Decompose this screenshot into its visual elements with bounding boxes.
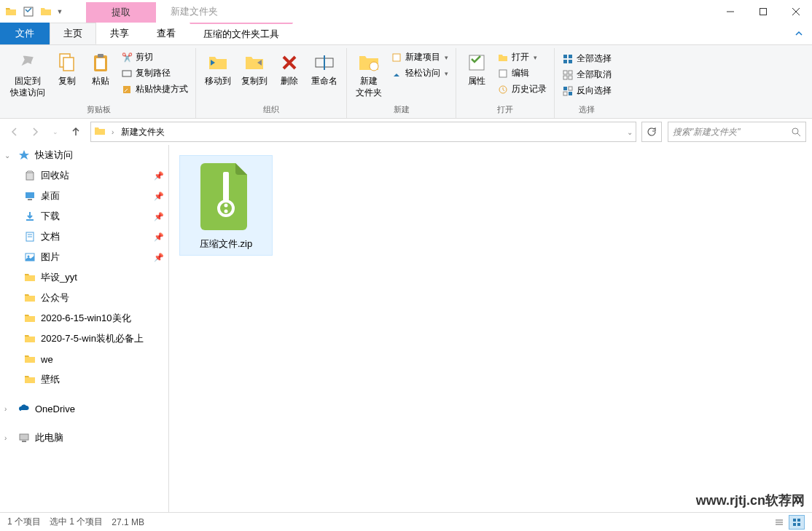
content-area[interactable]: 压缩文件.zip bbox=[169, 145, 812, 512]
rename-button[interactable]: 重命名 bbox=[307, 48, 342, 90]
item-icon bbox=[23, 291, 36, 304]
sidebar-item-label: 壁纸 bbox=[41, 373, 60, 386]
sidebar-item[interactable]: 回收站📌 bbox=[0, 165, 168, 186]
tab-view[interactable]: 查看 bbox=[143, 23, 190, 44]
svg-rect-51 bbox=[793, 519, 796, 522]
navbar: ⌄ › 新建文件夹 ⌄ 搜索"新建文件夹" bbox=[0, 119, 812, 145]
paste-shortcut-button[interactable]: 粘贴快捷方式 bbox=[118, 82, 191, 97]
qat-dropdown-icon[interactable]: ▼ bbox=[55, 4, 64, 20]
sidebar-item-label: 公众号 bbox=[41, 291, 69, 304]
svg-point-14 bbox=[370, 62, 378, 71]
refresh-button[interactable] bbox=[641, 122, 662, 142]
svg-rect-43 bbox=[22, 441, 26, 442]
sidebar-item[interactable]: we bbox=[0, 349, 168, 369]
sidebar-item[interactable]: 文档📌 bbox=[0, 227, 168, 247]
chevron-down-icon[interactable]: ⌄ bbox=[4, 152, 13, 160]
qat-folder-icon[interactable] bbox=[38, 4, 54, 20]
easy-access-icon bbox=[391, 68, 402, 79]
svg-rect-9 bbox=[98, 54, 104, 58]
back-button[interactable] bbox=[6, 123, 23, 141]
svg-rect-42 bbox=[20, 434, 28, 440]
move-to-button[interactable]: 移动到 bbox=[200, 48, 235, 90]
chevron-right-icon[interactable]: › bbox=[112, 128, 114, 136]
copy-path-button[interactable]: 复制路径 bbox=[118, 66, 191, 81]
sidebar-item[interactable]: 毕设_yyt bbox=[0, 267, 168, 288]
svg-rect-29 bbox=[569, 87, 572, 90]
sidebar-item[interactable]: 2020-7-5-win装机必备上 bbox=[0, 329, 168, 349]
address-dropdown-icon[interactable]: ⌄ bbox=[627, 128, 633, 136]
open-button[interactable]: 打开▾ bbox=[494, 50, 550, 65]
copy-to-icon bbox=[243, 51, 266, 74]
ribbon-expand-icon[interactable] bbox=[786, 23, 812, 44]
tab-file[interactable]: 文件 bbox=[0, 23, 50, 44]
path-icon bbox=[121, 68, 133, 79]
new-item-icon bbox=[391, 52, 402, 63]
file-item[interactable]: 压缩文件.zip bbox=[179, 155, 273, 256]
ribbon-group-clipboard: 固定到 快速访问 复制 粘贴 ✂️剪切 复制路径 粘贴快捷方式 剪贴板 bbox=[1, 48, 196, 118]
invert-selection-button[interactable]: 反向选择 bbox=[559, 83, 614, 98]
sidebar-item[interactable]: 2020-6-15-win10美化 bbox=[0, 308, 168, 329]
view-details-button[interactable] bbox=[771, 515, 787, 530]
sidebar-item[interactable]: 图片📌 bbox=[0, 247, 168, 267]
qat-properties-icon[interactable] bbox=[20, 4, 36, 20]
recent-dropdown[interactable]: ⌄ bbox=[47, 123, 64, 141]
window-controls bbox=[714, 1, 812, 22]
forward-button[interactable] bbox=[26, 123, 44, 141]
properties-icon bbox=[465, 51, 488, 74]
new-item-button[interactable]: 新建项目▾ bbox=[388, 50, 451, 65]
select-none-button[interactable]: 全部取消 bbox=[559, 67, 614, 82]
close-button[interactable] bbox=[779, 1, 812, 22]
svg-rect-19 bbox=[563, 55, 567, 58]
sidebar-this-pc[interactable]: › 此电脑 bbox=[0, 428, 168, 448]
sidebar-item-label: 2020-6-15-win10美化 bbox=[41, 312, 131, 325]
svg-rect-21 bbox=[563, 60, 567, 63]
item-icon bbox=[23, 312, 36, 325]
tab-home[interactable]: 主页 bbox=[50, 23, 96, 44]
breadcrumb-current[interactable]: 新建文件夹 bbox=[118, 126, 168, 138]
svg-rect-25 bbox=[563, 76, 567, 79]
copy-to-button[interactable]: 复制到 bbox=[237, 48, 272, 90]
sidebar-onedrive[interactable]: › OneDrive bbox=[0, 398, 168, 419]
chevron-right-icon[interactable]: › bbox=[4, 405, 13, 413]
paste-button[interactable]: 粘贴 bbox=[85, 48, 117, 90]
pin-to-quick-access-button[interactable]: 固定到 快速访问 bbox=[6, 48, 50, 101]
view-large-icons-button[interactable] bbox=[789, 515, 805, 530]
sidebar-item[interactable]: 下载📌 bbox=[0, 206, 168, 227]
delete-button[interactable]: 删除 bbox=[273, 48, 305, 90]
maximize-button[interactable] bbox=[746, 1, 779, 22]
svg-rect-6 bbox=[63, 58, 74, 71]
minimize-button[interactable] bbox=[714, 1, 746, 22]
sidebar: ⌄ 快速访问 回收站📌桌面📌下载📌文档📌图片📌毕设_yyt公众号2020-6-1… bbox=[0, 145, 169, 512]
cut-button[interactable]: ✂️剪切 bbox=[118, 50, 191, 65]
sidebar-item[interactable]: 壁纸 bbox=[0, 369, 168, 390]
ribbon-group-select: 全部选择 全部取消 反向选择 选择 bbox=[555, 48, 619, 118]
easy-access-button[interactable]: 轻松访问▾ bbox=[388, 66, 451, 81]
search-box[interactable]: 搜索"新建文件夹" bbox=[668, 122, 806, 142]
history-icon bbox=[497, 84, 509, 95]
svg-rect-52 bbox=[797, 519, 800, 522]
svg-rect-44 bbox=[223, 172, 229, 201]
context-tab-extract[interactable]: 提取 bbox=[86, 2, 156, 23]
watermark: www.rjtj.cn软荐网 bbox=[696, 492, 805, 509]
svg-point-31 bbox=[792, 128, 798, 134]
history-button[interactable]: 历史记录 bbox=[494, 82, 550, 97]
chevron-right-icon[interactable]: › bbox=[4, 434, 13, 442]
select-none-icon bbox=[562, 69, 574, 81]
tab-share[interactable]: 共享 bbox=[96, 23, 143, 44]
new-folder-button[interactable]: 新建 文件夹 bbox=[351, 48, 386, 101]
select-all-button[interactable]: 全部选择 bbox=[559, 51, 614, 66]
edit-button[interactable]: 编辑 bbox=[494, 66, 550, 81]
ribbon-tabs: 文件 主页 共享 查看 压缩的文件夹工具 bbox=[0, 23, 812, 44]
pin-icon: 📌 bbox=[154, 192, 164, 201]
copy-button[interactable]: 复制 bbox=[51, 48, 83, 90]
sidebar-item[interactable]: 公众号 bbox=[0, 288, 168, 308]
scissors-icon: ✂️ bbox=[121, 52, 133, 63]
svg-rect-23 bbox=[563, 71, 567, 74]
sidebar-quick-access[interactable]: ⌄ 快速访问 bbox=[0, 145, 168, 165]
up-button[interactable] bbox=[67, 123, 85, 141]
address-bar[interactable]: › 新建文件夹 ⌄ bbox=[90, 122, 636, 142]
ribbon-group-new: 新建 文件夹 新建项目▾ 轻松访问▾ 新建 bbox=[347, 48, 456, 118]
sidebar-item[interactable]: 桌面📌 bbox=[0, 186, 168, 206]
tab-compressed[interactable]: 压缩的文件夹工具 bbox=[190, 23, 293, 44]
properties-button[interactable]: 属性 bbox=[461, 48, 493, 90]
